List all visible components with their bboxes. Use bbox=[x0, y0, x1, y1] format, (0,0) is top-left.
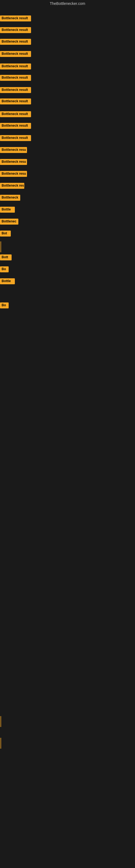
bottleneck-badge-12: Bottleneck resu bbox=[0, 147, 27, 153]
bottleneck-badge-5: Bottleneck result bbox=[0, 63, 31, 69]
bottleneck-badge-18: Bottlenec bbox=[0, 219, 18, 225]
bottleneck-badge-13: Bottleneck resu bbox=[0, 159, 27, 165]
bottleneck-badge-8: Bottleneck result bbox=[0, 98, 31, 104]
bottleneck-badge-16: Bottleneck bbox=[0, 195, 20, 201]
vertical-line-2 bbox=[1, 716, 1, 727]
bottleneck-badge-11: Bottleneck result bbox=[0, 135, 31, 141]
bottleneck-badge-17: Bottle bbox=[0, 207, 15, 213]
bottleneck-badge-9: Bottleneck result bbox=[0, 111, 31, 117]
vertical-line-1 bbox=[1, 241, 1, 252]
bottleneck-badge-3: Bottleneck result bbox=[0, 39, 31, 45]
bottleneck-badge-23: Bo bbox=[0, 303, 9, 308]
bottleneck-badge-19: Bot bbox=[0, 230, 11, 237]
bottleneck-badge-4: Bottleneck result bbox=[0, 51, 31, 57]
bottleneck-badge-22: Bottle bbox=[0, 278, 15, 284]
page-container: TheBottlenecker.com Bottleneck resultBot… bbox=[0, 0, 135, 868]
vertical-line-3 bbox=[1, 738, 1, 749]
bottleneck-badge-15: Bottleneck res bbox=[0, 183, 24, 189]
bottleneck-badge-21: Bo bbox=[0, 267, 9, 272]
bottleneck-badge-7: Bottleneck result bbox=[0, 87, 31, 93]
bottleneck-badge-10: Bottleneck result bbox=[0, 123, 31, 129]
bottleneck-badge-1: Bottleneck result bbox=[0, 16, 31, 22]
bottleneck-badge-14: Bottleneck resu bbox=[0, 171, 27, 177]
site-title: TheBottlenecker.com bbox=[50, 1, 85, 6]
bottleneck-badge-20: Bott bbox=[0, 254, 12, 260]
bottleneck-badge-2: Bottleneck result bbox=[0, 27, 31, 33]
bottleneck-badge-6: Bottleneck result bbox=[0, 75, 31, 81]
